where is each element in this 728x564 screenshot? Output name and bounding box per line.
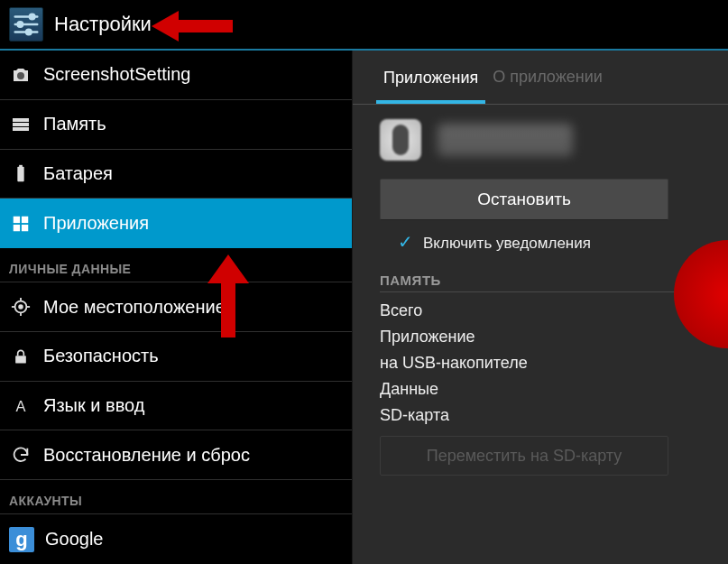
move-to-sd-button: Переместить на SD-карту	[380, 436, 668, 476]
header-bar: Настройки	[0, 0, 728, 51]
svg-point-3	[18, 22, 23, 27]
svg-rect-8	[13, 118, 29, 122]
sidebar-item-google[interactable]: g Google	[0, 514, 352, 564]
svg-point-5	[26, 30, 32, 35]
storage-icon	[9, 113, 32, 136]
svg-point-7	[17, 72, 24, 79]
svg-point-18	[19, 305, 23, 309]
sidebar-item-label: Восстановление и сброс	[43, 445, 250, 466]
app-icon	[380, 119, 421, 161]
section-personal: ЛИЧНЫЕ ДАННЫЕ	[0, 248, 352, 282]
svg-rect-14	[22, 216, 28, 222]
sidebar-item-label: ScreenshotSetting	[43, 64, 190, 85]
app-header	[353, 105, 728, 168]
sidebar-item-label: Приложения	[43, 213, 149, 234]
svg-point-1	[30, 14, 35, 20]
stop-button[interactable]: Остановить	[380, 179, 668, 220]
mem-row-total: Всего	[380, 298, 701, 324]
checkbox-checked-icon: ✓	[398, 236, 414, 252]
camera-icon	[9, 63, 32, 87]
svg-text:A: A	[15, 398, 25, 414]
sidebar-item-label: Память	[43, 114, 106, 134]
svg-rect-15	[14, 225, 20, 231]
reset-icon	[9, 443, 32, 467]
language-icon: A	[9, 394, 32, 418]
section-accounts: АККАУНТЫ	[0, 480, 352, 514]
sidebar-item-label: Google	[45, 529, 104, 550]
mem-row-data: Данные	[380, 376, 701, 402]
notifications-checkbox-row[interactable]: ✓ Включить уведомления	[380, 235, 701, 253]
svg-rect-9	[13, 123, 29, 126]
sidebar-item-memory[interactable]: Память	[0, 100, 352, 150]
notifications-label: Включить уведомления	[423, 235, 591, 253]
google-icon: g	[9, 527, 34, 552]
sidebar-item-language[interactable]: A Язык и ввод	[0, 382, 352, 431]
sidebar-item-label: Безопасность	[43, 346, 159, 366]
svg-rect-11	[17, 167, 23, 182]
svg-rect-13	[14, 216, 20, 222]
sidebar-item-screenshot[interactable]: ScreenshotSetting	[0, 51, 352, 100]
svg-rect-16	[22, 225, 28, 231]
mem-row-app: Приложение	[380, 324, 701, 350]
tab-about-app[interactable]: О приложении	[485, 68, 609, 87]
sidebar-item-label: Язык и ввод	[43, 395, 144, 416]
app-name-blurred	[438, 124, 573, 156]
detail-pane: Приложения О приложении Остановить ✓ Вкл…	[352, 51, 728, 564]
sidebar-item-apps[interactable]: Приложения	[0, 199, 352, 248]
battery-icon	[9, 162, 32, 185]
svg-rect-10	[13, 127, 29, 131]
svg-rect-12	[19, 165, 23, 168]
mem-row-sd: SD-карта	[380, 402, 701, 429]
sidebar-item-label: Мое местоположение	[43, 297, 226, 318]
location-icon	[9, 295, 32, 319]
sidebar-item-reset[interactable]: Восстановление и сброс	[0, 430, 352, 480]
sidebar-item-location[interactable]: Мое местоположение	[0, 282, 352, 332]
header-title: Настройки	[54, 13, 152, 36]
settings-icon	[9, 7, 43, 42]
tab-apps[interactable]: Приложения	[376, 52, 485, 104]
tab-strip: Приложения О приложении	[353, 51, 728, 105]
mem-row-usb: на USB-накопителе	[380, 350, 701, 376]
sidebar-item-security[interactable]: Безопасность	[0, 332, 352, 382]
sidebar-item-battery[interactable]: Батарея	[0, 150, 352, 199]
sidebar-item-label: Батарея	[43, 163, 113, 184]
apps-icon	[9, 212, 32, 236]
memory-list: Всего Приложение на USB-накопителе Данны…	[380, 298, 701, 429]
lock-icon	[9, 345, 32, 368]
memory-section-title: ПАМЯТЬ	[380, 273, 701, 292]
sidebar: ScreenshotSetting Память Батарея Приложе…	[0, 51, 352, 564]
svg-rect-23	[15, 356, 26, 363]
